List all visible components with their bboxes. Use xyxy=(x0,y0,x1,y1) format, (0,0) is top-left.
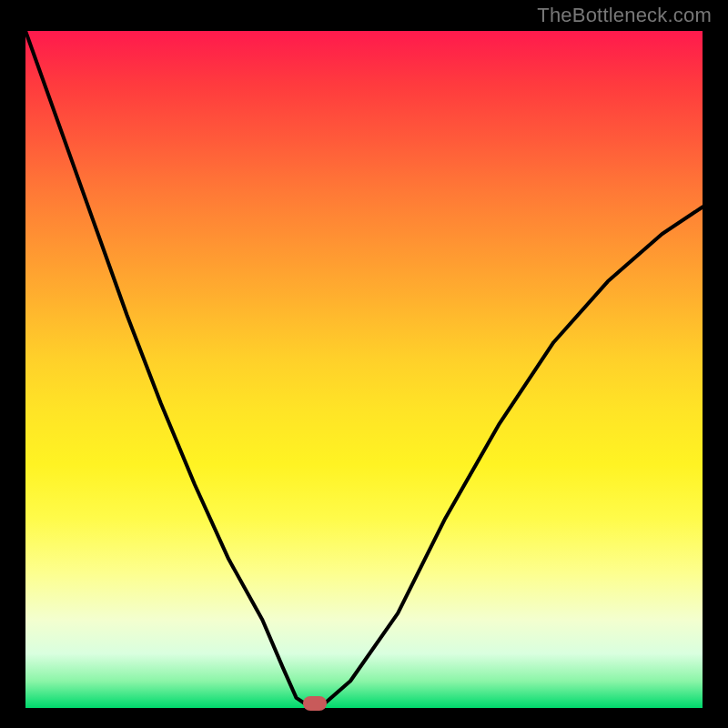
plot-area xyxy=(25,31,703,708)
bottleneck-curve xyxy=(25,31,703,704)
chart-frame: TheBottleneck.com xyxy=(0,0,728,728)
watermark-text: TheBottleneck.com xyxy=(537,4,712,27)
optimum-marker xyxy=(303,696,327,711)
curve-svg xyxy=(25,31,703,708)
